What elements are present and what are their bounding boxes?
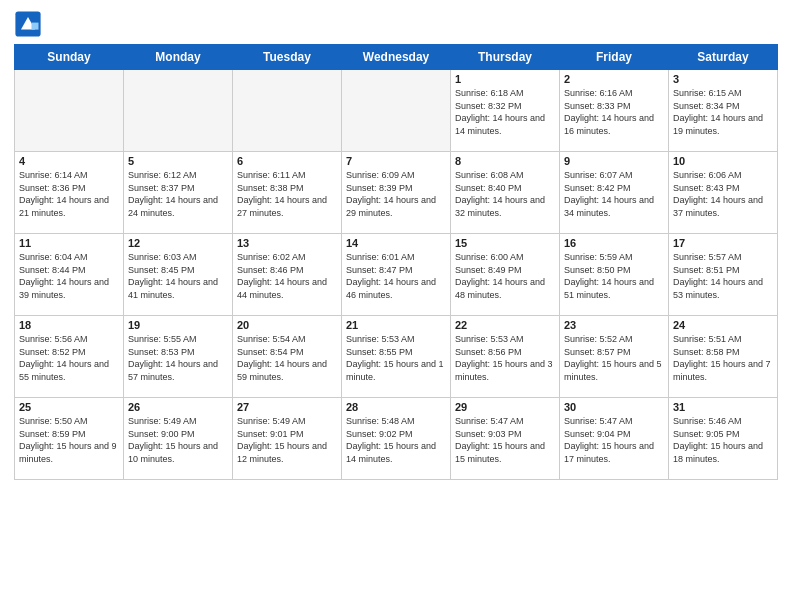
day-cell: 23Sunrise: 5:52 AMSunset: 8:57 PMDayligh… [560,316,669,398]
day-info: Sunrise: 5:49 AMSunset: 9:01 PMDaylight:… [237,415,337,465]
day-info: Sunrise: 5:52 AMSunset: 8:57 PMDaylight:… [564,333,664,383]
weekday-header-wednesday: Wednesday [342,45,451,70]
logo [14,10,46,38]
day-number: 6 [237,155,337,167]
day-number: 31 [673,401,773,413]
day-info: Sunrise: 5:51 AMSunset: 8:58 PMDaylight:… [673,333,773,383]
day-info: Sunrise: 5:54 AMSunset: 8:54 PMDaylight:… [237,333,337,383]
day-number: 13 [237,237,337,249]
weekday-header-thursday: Thursday [451,45,560,70]
day-info: Sunrise: 6:07 AMSunset: 8:42 PMDaylight:… [564,169,664,219]
day-cell: 2Sunrise: 6:16 AMSunset: 8:33 PMDaylight… [560,70,669,152]
week-row-1: 1Sunrise: 6:18 AMSunset: 8:32 PMDaylight… [15,70,778,152]
week-row-3: 11Sunrise: 6:04 AMSunset: 8:44 PMDayligh… [15,234,778,316]
day-cell: 7Sunrise: 6:09 AMSunset: 8:39 PMDaylight… [342,152,451,234]
logo-icon [14,10,42,38]
day-info: Sunrise: 5:53 AMSunset: 8:56 PMDaylight:… [455,333,555,383]
day-info: Sunrise: 6:16 AMSunset: 8:33 PMDaylight:… [564,87,664,137]
page: SundayMondayTuesdayWednesdayThursdayFrid… [0,0,792,612]
day-number: 23 [564,319,664,331]
day-cell: 19Sunrise: 5:55 AMSunset: 8:53 PMDayligh… [124,316,233,398]
day-number: 4 [19,155,119,167]
day-cell: 22Sunrise: 5:53 AMSunset: 8:56 PMDayligh… [451,316,560,398]
day-cell: 29Sunrise: 5:47 AMSunset: 9:03 PMDayligh… [451,398,560,480]
day-cell: 25Sunrise: 5:50 AMSunset: 8:59 PMDayligh… [15,398,124,480]
day-info: Sunrise: 6:11 AMSunset: 8:38 PMDaylight:… [237,169,337,219]
day-number: 25 [19,401,119,413]
week-row-2: 4Sunrise: 6:14 AMSunset: 8:36 PMDaylight… [15,152,778,234]
day-number: 7 [346,155,446,167]
day-cell: 14Sunrise: 6:01 AMSunset: 8:47 PMDayligh… [342,234,451,316]
day-cell: 27Sunrise: 5:49 AMSunset: 9:01 PMDayligh… [233,398,342,480]
weekday-header-row: SundayMondayTuesdayWednesdayThursdayFrid… [15,45,778,70]
day-cell: 9Sunrise: 6:07 AMSunset: 8:42 PMDaylight… [560,152,669,234]
day-number: 2 [564,73,664,85]
calendar-table: SundayMondayTuesdayWednesdayThursdayFrid… [14,44,778,480]
weekday-header-friday: Friday [560,45,669,70]
day-info: Sunrise: 6:15 AMSunset: 8:34 PMDaylight:… [673,87,773,137]
day-info: Sunrise: 6:08 AMSunset: 8:40 PMDaylight:… [455,169,555,219]
day-cell: 8Sunrise: 6:08 AMSunset: 8:40 PMDaylight… [451,152,560,234]
day-number: 18 [19,319,119,331]
day-number: 1 [455,73,555,85]
day-info: Sunrise: 5:56 AMSunset: 8:52 PMDaylight:… [19,333,119,383]
day-info: Sunrise: 6:06 AMSunset: 8:43 PMDaylight:… [673,169,773,219]
day-number: 26 [128,401,228,413]
day-info: Sunrise: 6:01 AMSunset: 8:47 PMDaylight:… [346,251,446,301]
day-number: 24 [673,319,773,331]
day-cell [342,70,451,152]
svg-rect-2 [32,23,39,30]
day-info: Sunrise: 6:18 AMSunset: 8:32 PMDaylight:… [455,87,555,137]
day-number: 27 [237,401,337,413]
day-cell [124,70,233,152]
day-number: 12 [128,237,228,249]
day-number: 14 [346,237,446,249]
day-cell: 17Sunrise: 5:57 AMSunset: 8:51 PMDayligh… [669,234,778,316]
day-cell: 21Sunrise: 5:53 AMSunset: 8:55 PMDayligh… [342,316,451,398]
day-info: Sunrise: 6:12 AMSunset: 8:37 PMDaylight:… [128,169,228,219]
day-number: 5 [128,155,228,167]
day-number: 16 [564,237,664,249]
weekday-header-tuesday: Tuesday [233,45,342,70]
day-cell: 3Sunrise: 6:15 AMSunset: 8:34 PMDaylight… [669,70,778,152]
day-info: Sunrise: 6:14 AMSunset: 8:36 PMDaylight:… [19,169,119,219]
day-info: Sunrise: 5:55 AMSunset: 8:53 PMDaylight:… [128,333,228,383]
day-cell: 10Sunrise: 6:06 AMSunset: 8:43 PMDayligh… [669,152,778,234]
day-info: Sunrise: 5:48 AMSunset: 9:02 PMDaylight:… [346,415,446,465]
day-number: 22 [455,319,555,331]
day-info: Sunrise: 5:49 AMSunset: 9:00 PMDaylight:… [128,415,228,465]
weekday-header-monday: Monday [124,45,233,70]
day-cell: 15Sunrise: 6:00 AMSunset: 8:49 PMDayligh… [451,234,560,316]
day-cell: 11Sunrise: 6:04 AMSunset: 8:44 PMDayligh… [15,234,124,316]
header [14,10,778,38]
weekday-header-sunday: Sunday [15,45,124,70]
day-info: Sunrise: 6:02 AMSunset: 8:46 PMDaylight:… [237,251,337,301]
day-number: 20 [237,319,337,331]
day-info: Sunrise: 5:57 AMSunset: 8:51 PMDaylight:… [673,251,773,301]
day-number: 8 [455,155,555,167]
day-number: 21 [346,319,446,331]
day-cell: 31Sunrise: 5:46 AMSunset: 9:05 PMDayligh… [669,398,778,480]
day-cell: 24Sunrise: 5:51 AMSunset: 8:58 PMDayligh… [669,316,778,398]
day-cell: 28Sunrise: 5:48 AMSunset: 9:02 PMDayligh… [342,398,451,480]
day-cell: 5Sunrise: 6:12 AMSunset: 8:37 PMDaylight… [124,152,233,234]
day-cell: 1Sunrise: 6:18 AMSunset: 8:32 PMDaylight… [451,70,560,152]
day-cell: 30Sunrise: 5:47 AMSunset: 9:04 PMDayligh… [560,398,669,480]
day-cell: 4Sunrise: 6:14 AMSunset: 8:36 PMDaylight… [15,152,124,234]
day-number: 9 [564,155,664,167]
day-cell [233,70,342,152]
day-info: Sunrise: 5:47 AMSunset: 9:03 PMDaylight:… [455,415,555,465]
day-cell: 20Sunrise: 5:54 AMSunset: 8:54 PMDayligh… [233,316,342,398]
day-cell [15,70,124,152]
day-cell: 26Sunrise: 5:49 AMSunset: 9:00 PMDayligh… [124,398,233,480]
day-info: Sunrise: 6:04 AMSunset: 8:44 PMDaylight:… [19,251,119,301]
day-number: 10 [673,155,773,167]
week-row-4: 18Sunrise: 5:56 AMSunset: 8:52 PMDayligh… [15,316,778,398]
day-cell: 12Sunrise: 6:03 AMSunset: 8:45 PMDayligh… [124,234,233,316]
day-info: Sunrise: 5:50 AMSunset: 8:59 PMDaylight:… [19,415,119,465]
day-number: 29 [455,401,555,413]
day-number: 15 [455,237,555,249]
weekday-header-saturday: Saturday [669,45,778,70]
day-info: Sunrise: 5:47 AMSunset: 9:04 PMDaylight:… [564,415,664,465]
day-info: Sunrise: 5:46 AMSunset: 9:05 PMDaylight:… [673,415,773,465]
